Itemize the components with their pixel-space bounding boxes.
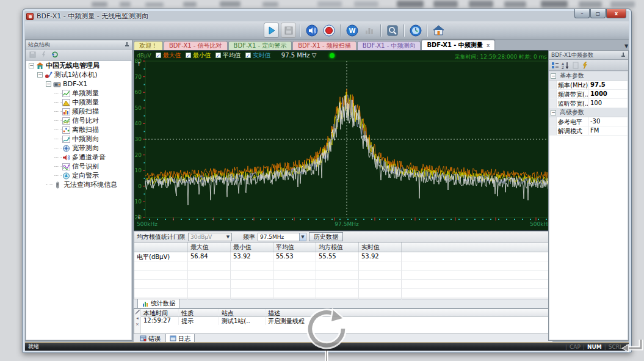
audio-button[interactable] <box>304 23 319 38</box>
stats-cell <box>134 261 188 271</box>
stats-cell <box>402 280 552 289</box>
tree-item[interactable]: 中频测向 <box>26 134 131 144</box>
refresh-tree-icon[interactable] <box>51 51 59 59</box>
home-button[interactable] <box>431 23 446 38</box>
status-separator: | <box>565 344 567 350</box>
legend-checkbox[interactable]: ✓ <box>215 53 221 58</box>
parameters-toolbar: AZ <box>549 60 628 71</box>
close-icon[interactable]: × <box>136 322 139 327</box>
property-category[interactable]: −基本参数 <box>549 71 628 81</box>
start-button[interactable] <box>264 23 279 38</box>
tab[interactable]: BDF-X1 - 中频测量x <box>421 40 495 50</box>
tree-item[interactable]: −中国无线电管理局 <box>26 61 131 70</box>
status-indicator-scrl: SCRL <box>609 344 623 350</box>
tree-item[interactable]: 中频测量 <box>26 98 131 107</box>
tab-list-dropdown[interactable]: ▼ <box>622 42 631 50</box>
tree-item[interactable]: −BDF-X1 <box>26 79 131 89</box>
stats-cell <box>134 280 188 289</box>
save-icon[interactable] <box>29 51 37 59</box>
tree-item-label: 中频测向 <box>72 134 99 144</box>
word-report-button[interactable]: W <box>344 23 360 38</box>
table-row[interactable]: 电平(dBμV)56.8453.9255.5355.5553.92 <box>134 252 552 261</box>
tab[interactable]: BDF-X1 - 定向警示 <box>228 41 292 50</box>
tree-item[interactable]: 离散扫描 <box>26 125 131 134</box>
minimize-button[interactable]: – <box>574 9 590 18</box>
list-item[interactable]: 12:59:27提示测试1站(..开启测量线程 <box>141 317 552 325</box>
tree-item[interactable]: 信号识别 <box>26 162 131 171</box>
indent-band <box>549 126 557 135</box>
frequency-label: 频率 <box>243 233 255 241</box>
property-value[interactable]: -30 <box>588 117 628 126</box>
lightning-icon[interactable] <box>40 51 48 59</box>
property-value[interactable]: 100 <box>588 99 628 108</box>
property-value[interactable]: FM <box>588 126 628 135</box>
tree-item[interactable]: 频段扫描 <box>26 107 131 116</box>
maximize-button[interactable]: ▢ <box>590 9 606 18</box>
tree-item[interactable]: 多通道录音 <box>26 153 131 162</box>
stats-cell <box>402 271 552 280</box>
svg-text:10: 10 <box>135 167 142 173</box>
tree-item[interactable]: 无法查询环境信息 <box>26 180 131 189</box>
stats-header-cell: 最小值 <box>231 242 273 252</box>
chart-report-button[interactable] <box>361 23 377 38</box>
resize-grip[interactable] <box>622 344 628 349</box>
desktop-blur-blob <box>220 1 241 7</box>
spectrum-plot[interactable]: 80706050403020100-10-20↑↓500kHz97.5MHz50… <box>134 51 552 230</box>
stats-cell <box>316 261 359 271</box>
tree-item[interactable]: 定向警示 <box>26 171 131 180</box>
lightning-icon[interactable] <box>582 62 588 69</box>
property-row: 频谱带宽(...1000 <box>549 90 628 99</box>
pin-icon[interactable] <box>621 53 626 58</box>
spectrum-chart[interactable]: dBμV ✓最大值✓最小值✓平均值✓实时值97.5 MHz ▽ 采集时间: 12… <box>134 50 552 231</box>
category-label: 高级参数 <box>560 108 584 117</box>
legend-label: 平均值 <box>223 51 241 60</box>
compare-icon <box>62 117 70 125</box>
expand-box[interactable]: − <box>551 73 556 79</box>
legend-checkbox[interactable]: ✓ <box>186 53 191 58</box>
legend-checkbox[interactable]: ✓ <box>156 53 161 58</box>
expand-box[interactable]: − <box>551 110 556 115</box>
tree-item[interactable]: 信号比对 <box>26 116 131 125</box>
tree-item-label: 离散扫描 <box>72 125 99 134</box>
legend-checkbox[interactable]: ✓ <box>245 53 251 58</box>
tree-item-label: 中国无线电管理局 <box>46 61 99 70</box>
stats-header-cell <box>402 242 552 252</box>
tab[interactable]: BDF-X1 - 频段扫描 <box>292 41 356 50</box>
expand-box[interactable]: − <box>29 63 34 68</box>
property-label: 参考电平 <box>557 117 588 126</box>
sort-az-icon[interactable]: AZ <box>562 62 570 69</box>
title-bar[interactable]: BDF-X1 - 中频测量 - 无线电监测测向 <box>26 11 564 21</box>
log-header-cell: 站点 <box>219 309 266 316</box>
tab[interactable]: BDF-X1 - 中频测向 <box>357 41 421 50</box>
property-row: 监听带宽(...100 <box>549 99 628 108</box>
tab[interactable]: BDF-X1 - 信号比对 <box>164 41 228 50</box>
bureau-icon <box>36 62 44 70</box>
page-icon[interactable] <box>572 62 579 69</box>
history-data-button[interactable]: 历史数据 <box>309 232 343 241</box>
categorized-view-icon[interactable] <box>551 62 559 69</box>
close-button[interactable]: x <box>606 9 626 18</box>
record-button[interactable] <box>321 23 336 38</box>
tree-item[interactable]: 单频测量 <box>26 89 131 98</box>
tree-item[interactable]: −测试1站(本机) <box>26 70 131 79</box>
close-icon[interactable]: x <box>487 42 490 48</box>
legend-label: 最大值 <box>163 51 181 60</box>
expand-box[interactable]: − <box>46 81 51 87</box>
property-value[interactable]: 1000 <box>588 90 628 98</box>
status-indicator-cap: CAP <box>570 344 581 350</box>
pencil-icon[interactable] <box>135 310 140 315</box>
tab-statistics[interactable]: 统计数据 <box>137 299 180 308</box>
tab[interactable]: 欢迎！ <box>134 41 163 50</box>
tree-item[interactable]: 宽带测向 <box>26 144 131 153</box>
timer-button[interactable] <box>408 23 423 38</box>
expand-box[interactable]: − <box>37 72 43 78</box>
collapse-left-icon[interactable]: ◂ <box>136 316 139 321</box>
frequency-combo[interactable]: 97.5MHz▼ <box>258 233 306 241</box>
rms-threshold-combo[interactable]: 30dBμV▼ <box>188 233 232 241</box>
status-separator: | <box>583 344 585 350</box>
property-value[interactable]: 97.5 <box>588 81 628 89</box>
pin-icon[interactable] <box>125 42 129 48</box>
property-category[interactable]: −高级参数 <box>549 108 628 117</box>
screenshot-button[interactable] <box>385 23 400 38</box>
save-button[interactable] <box>281 23 296 38</box>
